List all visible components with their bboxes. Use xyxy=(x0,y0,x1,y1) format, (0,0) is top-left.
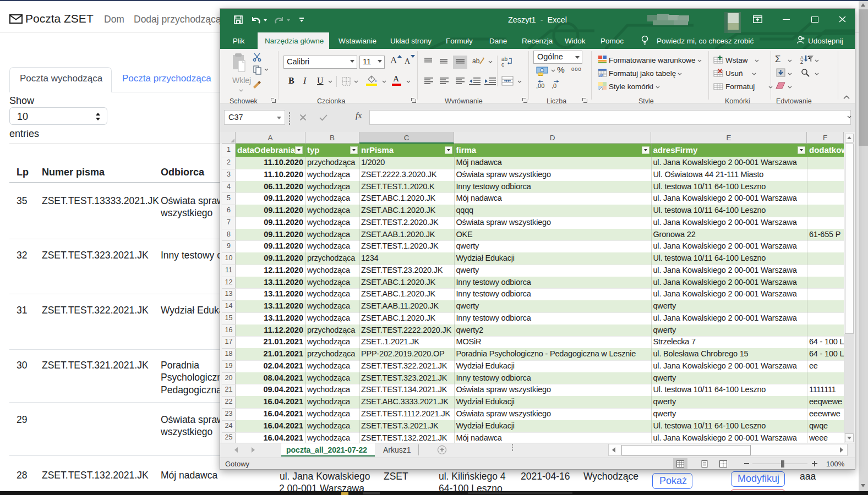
svg-text:ab: ab xyxy=(472,57,480,65)
svg-text:,00: ,00 xyxy=(536,82,544,89)
svg-text:Z: Z xyxy=(800,59,803,64)
svg-text:,0: ,0 xyxy=(552,82,556,89)
svg-text:c: c xyxy=(501,62,504,67)
